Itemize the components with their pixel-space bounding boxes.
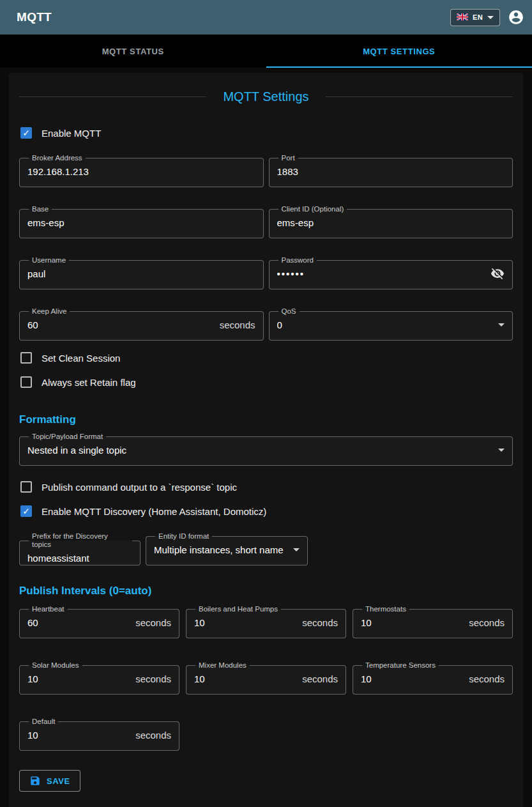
entity-id-format-label: Entity ID format [155, 532, 212, 541]
publish-intervals-heading: Publish Intervals (0=auto) [19, 585, 513, 597]
temperature-sensors-input[interactable] [361, 673, 464, 684]
mqtt-discovery-label: Enable MQTT Discovery (Home Assistant, D… [42, 506, 266, 517]
enable-mqtt-row[interactable]: Enable MQTT [19, 121, 513, 145]
solar-modules-suffix: seconds [135, 673, 171, 684]
topic-payload-format-value: Nested in a single topic [27, 445, 493, 456]
username-input[interactable] [27, 268, 255, 279]
thermostats-input[interactable] [361, 617, 464, 628]
page-title-divider: MQTT Settings [19, 89, 513, 104]
app-title: MQTT [17, 10, 52, 24]
qos-label: QoS [278, 307, 300, 316]
boilers-label: Boilers and Heat Pumps [195, 605, 281, 613]
temperature-sensors-suffix: seconds [469, 673, 505, 684]
language-selector-button[interactable]: EN [450, 9, 500, 26]
appbar: MQTT EN [0, 0, 532, 35]
appbar-actions: EN [450, 9, 524, 26]
mqtt-discovery-row[interactable]: Enable MQTT Discovery (Home Assistant, D… [19, 499, 513, 523]
default-interval-label: Default [29, 718, 58, 726]
mixer-modules-field[interactable]: Mixer Modules seconds [186, 661, 346, 695]
discovery-prefix-input[interactable] [27, 553, 132, 564]
discovery-prefix-field[interactable]: Prefix for the Discovery topics [19, 532, 141, 565]
tab-mqtt-settings[interactable]: MQTT SETTINGS [266, 35, 532, 68]
visibility-off-icon[interactable] [490, 266, 505, 281]
temperature-sensors-field[interactable]: Temperature Sensors seconds [353, 661, 513, 695]
uk-flag-icon [457, 13, 468, 22]
account-circle-icon[interactable] [508, 9, 524, 26]
divider-line [326, 96, 513, 97]
boilers-field[interactable]: Boilers and Heat Pumps seconds [186, 605, 346, 638]
broker-address-field[interactable]: Broker Address [19, 154, 264, 187]
dropdown-arrow-icon [293, 548, 300, 551]
page-title: MQTT Settings [223, 89, 308, 104]
tab-mqtt-status[interactable]: MQTT STATUS [0, 35, 266, 68]
port-field[interactable]: Port [269, 154, 513, 187]
keep-alive-field[interactable]: Keep Alive seconds [19, 307, 264, 341]
discovery-fields-row: Prefix for the Discovery topics Entity I… [19, 532, 513, 565]
solar-modules-field[interactable]: Solar Modules seconds [19, 661, 179, 695]
topic-payload-format-label: Topic/Payload Format [29, 433, 106, 441]
default-interval-field[interactable]: Default seconds [19, 718, 179, 751]
base-field[interactable]: Base [19, 205, 264, 238]
default-interval-input[interactable] [27, 730, 130, 741]
qos-select[interactable]: QoS 0 [269, 307, 513, 341]
language-label: EN [473, 13, 483, 21]
retain-flag-label: Always set Retain flag [42, 377, 136, 388]
retain-flag-checkbox[interactable] [20, 376, 32, 388]
dropdown-arrow-icon [498, 449, 505, 452]
publish-response-checkbox[interactable] [20, 481, 32, 493]
formatting-heading: Formatting [19, 413, 513, 426]
username-field[interactable]: Username [19, 256, 264, 289]
retain-flag-row[interactable]: Always set Retain flag [19, 370, 513, 394]
base-input[interactable] [27, 217, 255, 228]
default-interval-suffix: seconds [135, 730, 171, 741]
heartbeat-label: Heartbeat [29, 605, 68, 613]
password-label: Password [278, 256, 317, 265]
clean-session-label: Set Clean Session [42, 353, 120, 364]
tab-bar: MQTT STATUS MQTT SETTINGS [0, 35, 532, 68]
mqtt-discovery-checkbox[interactable] [20, 505, 32, 517]
username-label: Username [29, 256, 69, 265]
publish-intervals-grid: Heartbeat seconds Boilers and Heat Pumps… [19, 605, 513, 751]
publish-response-label: Publish command output to a `response` t… [42, 482, 237, 493]
entity-id-format-select[interactable]: Entity ID format Multiple instances, sho… [146, 532, 308, 565]
client-id-label: Client ID (Optional) [278, 205, 347, 213]
heartbeat-input[interactable] [27, 617, 130, 628]
clean-session-checkbox[interactable] [20, 352, 32, 364]
keep-alive-suffix: seconds [220, 319, 255, 330]
entity-id-format-value: Multiple instances, short name [154, 544, 288, 555]
save-icon [29, 775, 41, 787]
mixer-modules-label: Mixer Modules [195, 661, 250, 670]
topic-payload-format-select[interactable]: Topic/Payload Format Nested in a single … [19, 433, 513, 466]
enable-mqtt-label: Enable MQTT [42, 128, 101, 139]
save-button[interactable]: SAVE [19, 770, 80, 792]
broker-address-input[interactable] [27, 166, 255, 177]
port-label: Port [278, 154, 298, 162]
keep-alive-input[interactable] [27, 319, 215, 330]
thermostats-label: Thermostats [362, 605, 409, 613]
client-id-input[interactable] [277, 217, 505, 228]
publish-response-row[interactable]: Publish command output to a `response` t… [19, 475, 513, 499]
mqtt-settings-panel: MQTT Settings Enable MQTT Broker Address… [9, 73, 523, 807]
solar-modules-input[interactable] [27, 673, 130, 684]
password-field[interactable]: Password [269, 256, 513, 289]
mixer-modules-input[interactable] [194, 673, 297, 684]
thermostats-suffix: seconds [469, 617, 505, 628]
keep-alive-label: Keep Alive [29, 307, 70, 316]
client-id-field[interactable]: Client ID (Optional) [269, 205, 513, 238]
mixer-modules-suffix: seconds [302, 673, 338, 684]
port-input[interactable] [277, 166, 505, 177]
clean-session-row[interactable]: Set Clean Session [19, 346, 513, 370]
save-label: SAVE [47, 776, 70, 786]
qos-value: 0 [277, 319, 494, 330]
heartbeat-field[interactable]: Heartbeat seconds [19, 605, 179, 638]
boilers-suffix: seconds [302, 617, 338, 628]
discovery-prefix-label: Prefix for the Discovery topics [29, 532, 132, 549]
temperature-sensors-label: Temperature Sensors [362, 661, 439, 670]
password-input[interactable] [277, 268, 486, 279]
divider-line [19, 96, 206, 97]
thermostats-field[interactable]: Thermostats seconds [353, 605, 513, 638]
boilers-input[interactable] [194, 617, 297, 628]
enable-mqtt-checkbox[interactable] [20, 127, 32, 139]
broker-address-label: Broker Address [29, 154, 86, 162]
dropdown-arrow-icon [498, 323, 505, 327]
